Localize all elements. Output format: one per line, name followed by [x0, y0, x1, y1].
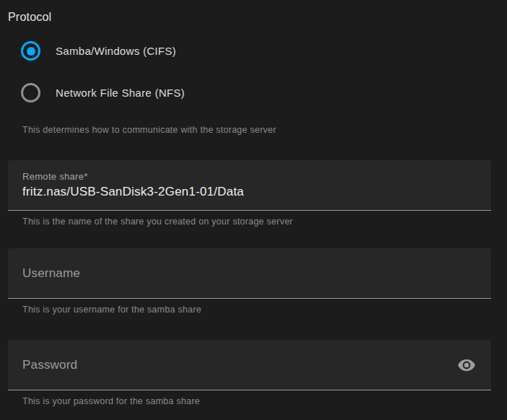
- password-input[interactable]: Password: [8, 340, 491, 390]
- remote-share-group: Remote share* fritz.nas/USB-SanDisk3-2Ge…: [8, 160, 491, 227]
- radio-option-label: Samba/Windows (CIFS): [56, 45, 176, 57]
- password-visibility-toggle[interactable]: [457, 356, 476, 375]
- eye-icon: [457, 356, 476, 375]
- password-group: Password This is your password for the s…: [8, 340, 491, 406]
- username-label: Username: [22, 266, 80, 281]
- password-helper-text: This is your password for the samba shar…: [22, 396, 491, 406]
- password-label: Password: [22, 358, 77, 372]
- remote-share-input[interactable]: Remote share* fritz.nas/USB-SanDisk3-2Ge…: [8, 160, 491, 211]
- protocol-options: Samba/Windows (CIFS) Network File Share …: [8, 41, 491, 102]
- storage-config-form: Protocol Samba/Windows (CIFS) Network Fi…: [0, 0, 507, 420]
- username-helper-text: This is your username for the samba shar…: [22, 305, 491, 315]
- protocol-group-label: Protocol: [8, 10, 491, 25]
- radio-option-nfs[interactable]: Network File Share (NFS): [21, 83, 491, 102]
- radio-unselected-icon[interactable]: [21, 83, 40, 102]
- radio-selected-icon[interactable]: [21, 41, 40, 61]
- remote-share-helper-text: This is the name of the share you create…: [22, 216, 491, 227]
- remote-share-label: Remote share*: [22, 171, 88, 182]
- username-input[interactable]: Username: [8, 248, 491, 299]
- radio-option-samba-cifs[interactable]: Samba/Windows (CIFS): [21, 41, 491, 61]
- protocol-group: Protocol Samba/Windows (CIFS) Network Fi…: [8, 10, 491, 135]
- radio-option-label: Network File Share (NFS): [56, 87, 185, 99]
- remote-share-value: fritz.nas/USB-SanDisk3-2Gen1-01/Data: [22, 185, 244, 199]
- username-group: Username This is your username for the s…: [8, 248, 491, 315]
- protocol-helper-text: This determines how to communicate with …: [22, 125, 491, 135]
